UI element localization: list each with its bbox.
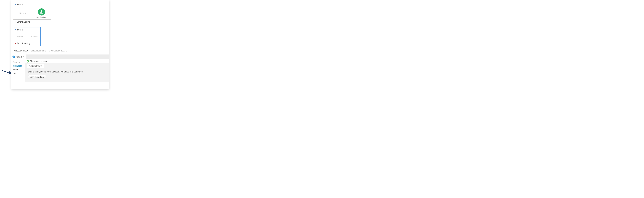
flow-1-source-slot[interactable]: Source	[13, 12, 32, 15]
close-icon[interactable]: ✕	[23, 56, 24, 58]
ok-icon	[27, 60, 29, 63]
sidebar-item-metadata[interactable]: Metadata	[13, 65, 25, 67]
tab-message-flow[interactable]: Message Flow	[14, 50, 28, 52]
status-row: There are no errors.	[25, 59, 109, 63]
tab-label: flow-2	[16, 56, 22, 58]
editor-sidebar: General Metadata Notes Help	[11, 59, 25, 82]
editor-tabbar: flow-2 ✕	[11, 55, 109, 59]
flow-2-source-slot[interactable]: Source	[13, 36, 27, 38]
expand-icon	[15, 21, 16, 23]
set-payload-icon	[38, 8, 45, 16]
flow-2-title: flow-2	[17, 29, 23, 31]
status-text: There are no errors.	[30, 60, 49, 63]
flow-1-header[interactable]: flow-1	[13, 2, 51, 7]
flow-1-error[interactable]: Error handling	[13, 20, 51, 24]
inner-tabbar: Add metadata	[25, 63, 109, 68]
set-payload-label: Set Payload	[36, 16, 47, 18]
metadata-hint: Define the types for your payload, varia…	[28, 71, 106, 73]
editor-tab-flow-2[interactable]: flow-2 ✕	[11, 55, 26, 59]
tab-global-elements[interactable]: Global Elements	[30, 50, 46, 52]
collapse-icon	[15, 4, 16, 5]
flow-1-error-label: Error handling	[17, 21, 30, 23]
tab-add-metadata[interactable]: Add metadata	[27, 64, 44, 68]
flow-2-error[interactable]: Error handling	[13, 41, 40, 46]
flow-2-error-label: Error handling	[17, 42, 30, 45]
flow-2-body[interactable]: Source Process	[13, 32, 40, 41]
flow-2[interactable]: flow-2 Source Process Error handling	[13, 27, 40, 46]
sidebar-item-help[interactable]: Help	[13, 72, 25, 75]
config-editor: flow-2 ✕ General Metadata Notes Help The…	[11, 55, 109, 82]
svg-rect-3	[40, 12, 43, 13]
set-payload-component[interactable]: Set Payload	[32, 8, 51, 18]
editor-main: There are no errors. Add metadata Define…	[25, 59, 109, 82]
flow-icon	[12, 56, 15, 58]
collapse-icon	[15, 29, 16, 30]
flow-2-header[interactable]: flow-2	[13, 28, 40, 32]
sidebar-item-notes[interactable]: Notes	[13, 68, 25, 71]
metadata-panel: Define the types for your payload, varia…	[25, 68, 109, 82]
tab-configuration-xml[interactable]: Configuration XML	[49, 50, 66, 52]
flow-canvas[interactable]: flow-1 Source Set Payload	[11, 0, 109, 55]
flow-2-process-slot[interactable]: Process	[27, 36, 40, 38]
flow-1[interactable]: flow-1 Source Set Payload	[13, 2, 51, 24]
sidebar-item-general[interactable]: General	[13, 61, 25, 63]
flow-1-title: flow-1	[17, 4, 23, 6]
canvas-tabs: Message Flow Global Elements Configurati…	[13, 50, 107, 52]
app-window: flow-1 Source Set Payload	[11, 0, 109, 89]
editor-body: General Metadata Notes Help There are no…	[11, 59, 109, 82]
flow-1-body[interactable]: Source Set Payload	[13, 7, 51, 20]
expand-icon	[15, 43, 16, 44]
svg-line-1	[2, 71, 12, 74]
add-metadata-button[interactable]: Add metadata	[28, 75, 46, 79]
